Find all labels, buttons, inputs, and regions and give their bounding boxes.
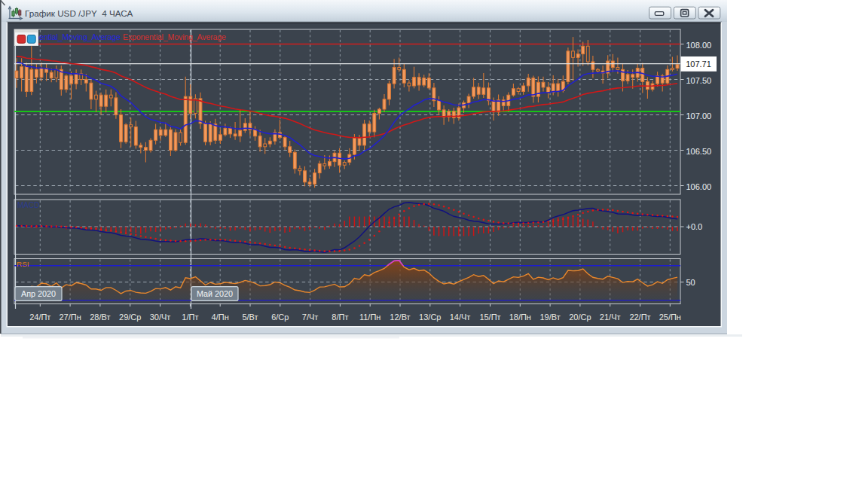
svg-text:1/Пт: 1/Пт: [182, 313, 198, 322]
svg-text:20/Ср: 20/Ср: [569, 313, 591, 322]
svg-text:107.50: 107.50: [686, 76, 712, 85]
svg-text:28/Вт: 28/Вт: [90, 313, 110, 322]
svg-text:19/Вт: 19/Вт: [539, 313, 560, 322]
svg-text:27/Пн: 27/Пн: [59, 313, 81, 322]
svg-text:Exponential_Moving_Average: Exponential_Moving_Average: [123, 32, 226, 41]
svg-text:11/Пн: 11/Пн: [359, 313, 381, 322]
svg-text:22/Пт: 22/Пт: [629, 313, 650, 322]
svg-text:18/Пн: 18/Пн: [509, 313, 531, 322]
svg-text:5/Вт: 5/Вт: [242, 313, 258, 322]
svg-text:Май 2020: Май 2020: [197, 289, 233, 298]
svg-text:Апр 2020: Апр 2020: [21, 289, 56, 298]
svg-text:4/Пн: 4/Пн: [212, 313, 229, 322]
svg-text:108.00: 108.00: [686, 41, 712, 50]
svg-text:50: 50: [686, 278, 695, 287]
svg-text:30/Чт: 30/Чт: [150, 313, 171, 322]
svg-text:106.50: 106.50: [686, 147, 712, 156]
svg-text:106.00: 106.00: [686, 182, 712, 191]
svg-text:107.00: 107.00: [686, 111, 712, 120]
svg-text:13/Ср: 13/Ср: [419, 313, 441, 322]
svg-text:14/Чт: 14/Чт: [450, 313, 471, 322]
svg-text:+0.0: +0.0: [686, 222, 703, 231]
svg-text:107.71: 107.71: [686, 59, 711, 69]
svg-text:29/Ср: 29/Ср: [119, 313, 141, 322]
svg-text:RSI: RSI: [17, 260, 29, 268]
svg-text:6/Ср: 6/Ср: [271, 313, 289, 322]
svg-text:24/Пт: 24/Пт: [29, 313, 50, 322]
svg-text:7/Чт: 7/Чт: [302, 313, 319, 322]
svg-text:25/Пн: 25/Пн: [659, 313, 681, 322]
svg-text:12/Вт: 12/Вт: [390, 313, 410, 322]
svg-text:8/Пт: 8/Пт: [332, 313, 348, 322]
svg-text:График USD /JPY 4 ЧАСА: График USD /JPY 4 ЧАСА: [25, 8, 133, 18]
svg-text:21/Чт: 21/Чт: [600, 313, 621, 322]
svg-text:15/Пт: 15/Пт: [479, 313, 500, 322]
svg-text:MACD: MACD: [17, 201, 39, 209]
